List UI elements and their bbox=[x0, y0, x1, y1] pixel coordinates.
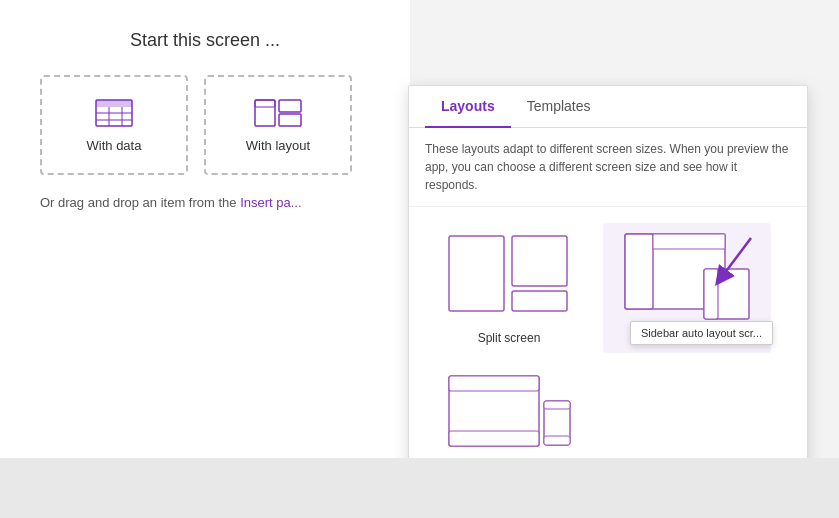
svg-rect-9 bbox=[279, 114, 301, 126]
with-layout-icon bbox=[253, 98, 303, 128]
layouts-panel: Layouts Templates These layouts adapt to… bbox=[408, 85, 808, 505]
tab-templates[interactable]: Templates bbox=[511, 86, 607, 128]
with-data-card[interactable]: With data bbox=[40, 75, 188, 175]
svg-rect-10 bbox=[449, 236, 504, 311]
with-data-label: With data bbox=[87, 138, 142, 153]
svg-rect-8 bbox=[279, 100, 301, 112]
svg-rect-12 bbox=[512, 291, 567, 311]
svg-rect-20 bbox=[449, 431, 539, 446]
split-screen-label: Split screen bbox=[478, 331, 541, 345]
tabs-row: Layouts Templates bbox=[409, 86, 807, 128]
svg-rect-19 bbox=[449, 376, 539, 391]
with-data-icon bbox=[94, 98, 134, 128]
bottom-strip bbox=[0, 458, 839, 518]
page-title: Start this screen ... bbox=[40, 30, 370, 51]
tab-layouts[interactable]: Layouts bbox=[425, 86, 511, 128]
panel-description: These layouts adapt to different screen … bbox=[409, 128, 807, 207]
with-layout-card[interactable]: With layout bbox=[204, 75, 352, 175]
main-area: Start this screen ... With data bbox=[0, 0, 410, 518]
cards-row: With data With layout bbox=[40, 75, 370, 175]
svg-rect-7 bbox=[255, 100, 275, 107]
sidebar-tooltip: Sidebar auto layout scr... bbox=[630, 321, 773, 345]
svg-rect-23 bbox=[544, 436, 570, 445]
sidebar-layout[interactable]: Sidebar auto layout scr... Sidebar bbox=[603, 223, 771, 353]
svg-rect-6 bbox=[255, 100, 275, 126]
svg-rect-11 bbox=[512, 236, 567, 286]
drag-drop-text: Or drag and drop an item from the Insert… bbox=[40, 195, 370, 210]
svg-rect-1 bbox=[96, 100, 132, 107]
insert-panel-link[interactable]: Insert pa... bbox=[240, 195, 301, 210]
svg-rect-22 bbox=[544, 401, 570, 409]
with-layout-label: With layout bbox=[246, 138, 310, 153]
svg-rect-14 bbox=[625, 234, 653, 309]
split-screen-layout[interactable]: Split screen bbox=[425, 223, 593, 353]
